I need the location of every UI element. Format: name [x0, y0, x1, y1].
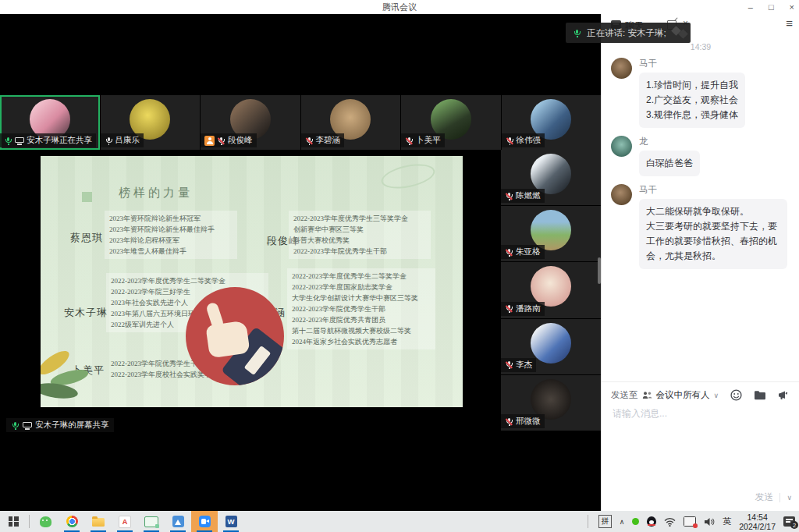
chevron-down-icon[interactable]: ∨ — [714, 392, 719, 399]
participant-tile-bumeiping[interactable]: 卜美平 — [401, 95, 501, 150]
participant-tile-duanjunfeng[interactable]: 段俊峰 — [201, 95, 300, 150]
hamburger-menu-icon[interactable]: ≡ — [786, 16, 793, 30]
emoji-icon[interactable] — [730, 389, 742, 401]
participant-tile-panlunan[interactable]: 潘路南 — [501, 262, 601, 317]
notification-center-icon[interactable]: 2 — [783, 516, 795, 527]
participant-name: 安木子琳正在共享 — [27, 135, 92, 146]
qq-tray-icon[interactable] — [647, 516, 656, 527]
participant-name: 李杰 — [516, 360, 532, 371]
participant-video-row: 安木子琳正在共享 吕康乐 段俊峰 — [0, 95, 601, 150]
people-icon — [642, 391, 652, 399]
participant-nameplate: 李杰 — [501, 358, 536, 372]
wifi-icon[interactable] — [664, 517, 676, 527]
taskbar-app-explorer[interactable] — [85, 511, 112, 532]
window-title: 腾讯会议 — [382, 2, 417, 13]
participant-name: 李碧涵 — [316, 135, 341, 146]
close-icon[interactable]: × — [790, 0, 794, 14]
clock-date: 2024/2/17 — [739, 522, 776, 531]
taskbar-divider — [588, 515, 588, 528]
minimize-icon[interactable]: – — [748, 0, 753, 14]
ime-indicator[interactable]: 拼 — [598, 515, 612, 528]
file-explorer-icon — [92, 518, 105, 527]
send-to-row: 发送至 会议中所有人 ∨ — [602, 382, 799, 404]
avatar — [531, 154, 571, 194]
taskbar-app-screenshot[interactable] — [138, 511, 165, 532]
windows-logo-icon — [9, 516, 19, 527]
mic-muted-icon — [405, 137, 414, 145]
message-sender: 马干 — [639, 58, 790, 69]
tray-expand-chevron-icon[interactable]: ∧ — [620, 518, 625, 526]
participant-name: 卜美平 — [416, 135, 441, 146]
mic-on-icon — [4, 137, 12, 145]
mic-on-icon — [573, 29, 581, 37]
folder-icon[interactable] — [754, 390, 766, 400]
send-button[interactable]: 发送 — [755, 491, 773, 504]
participant-name: 潘路南 — [516, 303, 541, 314]
chat-timestamp: 14:39 — [602, 42, 799, 51]
participant-nameplate: 吕康乐 — [101, 133, 144, 147]
mic-on-icon — [11, 421, 20, 430]
chat-message: 马干 大二能保研就争取保研。 大三要考研的就要坚持下去，要工作的就要珍惜秋招、春… — [611, 184, 790, 269]
taskbar-clock[interactable]: 14:54 2024/2/17 — [739, 512, 776, 531]
participant-nameplate: 邢微微 — [501, 414, 545, 428]
participant-name: 邢微微 — [516, 416, 541, 427]
participant-tile-lijie[interactable]: 李杰 — [501, 319, 601, 374]
taskbar-app-wechat[interactable] — [32, 511, 59, 532]
taskbar-app-word[interactable]: W — [218, 511, 244, 532]
send-options-chevron-icon[interactable]: ∨ — [787, 494, 792, 502]
mic-muted-icon — [505, 248, 513, 257]
speaker-icon[interactable] — [704, 517, 715, 527]
participant-tile-zhuyage[interactable]: 朱亚格 — [501, 206, 601, 261]
screen: 腾讯会议 – □ × 安木子琳正在共享 吕康乐 — [0, 0, 799, 532]
participant-nameplate: 安木子琳正在共享 — [0, 133, 96, 147]
megaphone-icon[interactable] — [778, 390, 790, 400]
participant-nameplate: 徐伟强 — [502, 133, 545, 147]
avatar — [531, 210, 571, 250]
slide-bullet-square — [82, 192, 92, 202]
participant-side-column: 陈燃燃 朱亚格 潘路南 李杰 — [501, 150, 601, 431]
participant-tile-xuweiqiang[interactable]: 徐伟强 — [502, 95, 602, 150]
mic-icon — [105, 137, 113, 145]
blue-docs-icon — [172, 516, 184, 527]
participant-name: 陈燃燃 — [516, 190, 541, 201]
slide-award-list: 2023年资环院辩论新生杯冠军 2023年资环院辩论新生杯最佳辩手 2023年辩… — [105, 211, 237, 259]
pdf-reader-icon: A — [119, 516, 131, 528]
slide-title: 榜样的力量 — [119, 186, 193, 200]
speaking-toast-text: 正在讲话: 安木子琳; — [587, 27, 666, 39]
taskbar-divider — [29, 515, 30, 528]
divider — [779, 493, 780, 502]
meeting-stage: 安木子琳正在共享 吕康乐 段俊峰 — [0, 14, 601, 511]
slide-person-name: 蔡恩琪 — [70, 231, 103, 245]
taskbar-app-pdf[interactable]: A — [112, 511, 138, 532]
wechat-tray-icon[interactable] — [632, 518, 639, 525]
input-language-indicator[interactable]: 英 — [723, 516, 731, 527]
participant-tile-libihan[interactable]: 李碧涵 — [301, 95, 401, 150]
participant-tile-xingweiwei[interactable]: 邢微微 — [501, 375, 601, 431]
system-tray: 拼 ∧ 英 14:54 2024/2/17 2 — [585, 512, 799, 531]
participant-tile-anmuzilin[interactable]: 安木子琳正在共享 — [0, 95, 100, 150]
chat-input[interactable] — [611, 407, 786, 420]
audience-selector[interactable]: 会议中所有人 — [656, 389, 710, 401]
clock-time: 14:54 — [739, 512, 776, 522]
avatar — [531, 266, 571, 307]
taskbar-app-docs[interactable] — [165, 511, 191, 532]
participant-name: 段俊峰 — [228, 135, 253, 146]
maximize-icon[interactable]: □ — [769, 0, 774, 14]
screen-recording-tray-icon[interactable] — [684, 516, 696, 527]
screenshot-tool-icon — [144, 516, 158, 527]
participant-name: 吕康乐 — [115, 135, 140, 146]
start-button[interactable] — [0, 511, 27, 532]
message-bubble: 白琛皓爸爸 — [639, 151, 700, 176]
message-bubble: 1.珍惜时间，提升自我 2.广交益友，观察社会 3.规律作息，强身健体 — [639, 73, 745, 128]
notification-badge: 2 — [790, 521, 798, 529]
participant-tile-chenranran[interactable]: 陈燃燃 — [501, 150, 601, 205]
slide-award-list: 2022-2023学年度优秀学生三等奖学金 创新赛华中赛区三等奖 科普大赛校优秀… — [289, 211, 431, 259]
participant-tile-lvkangle[interactable]: 吕康乐 — [101, 95, 201, 150]
slide-person-name: 安木子琳 — [64, 306, 108, 320]
taskbar-app-chrome[interactable] — [59, 511, 85, 532]
chat-message: 龙 白琛皓爸爸 — [611, 136, 790, 176]
screen-share-icon — [15, 137, 24, 145]
chat-footer: 发送至 会议中所有人 ∨ 发送 ∨ — [602, 381, 799, 511]
taskbar-app-tencent-meeting[interactable] — [191, 511, 218, 532]
chat-message-list[interactable]: 14:39 马干 1.珍惜时间，提升自我 2.广交益友，观察社会 3.规律作息，… — [602, 37, 799, 381]
